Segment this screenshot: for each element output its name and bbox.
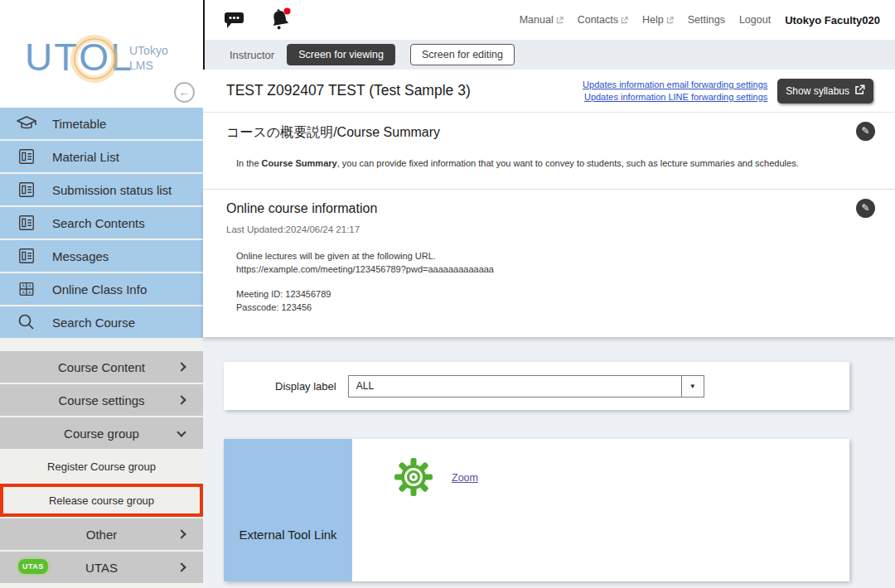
- svg-text:A: A: [28, 283, 31, 288]
- sidebar-item-online-class-info[interactable]: AAAA Online Class Info: [0, 273, 203, 305]
- logo-subtitle: UTokyo LMS: [129, 43, 168, 73]
- settings-link[interactable]: Settings: [688, 14, 725, 26]
- utol-logo: UTOL: [25, 35, 133, 80]
- email-forwarding-settings-link[interactable]: Updates information email forwarding set…: [583, 80, 767, 89]
- logo-area: UTOL UTokyo LMS ←: [0, 0, 203, 108]
- pencil-icon: ✎: [861, 125, 869, 137]
- utas-logo-icon: UTAS: [18, 559, 48, 574]
- online-info-body: Online lectures will be given at the fol…: [203, 234, 895, 314]
- zoom-tool-link[interactable]: Zoom: [452, 472, 478, 484]
- document-list-icon: [14, 212, 39, 234]
- edit-course-summary-button[interactable]: ✎: [856, 122, 875, 141]
- class-grid-icon: AAAA: [14, 278, 39, 300]
- external-link-icon: [621, 17, 628, 24]
- online-info-line: Online lectures will be given at the fol…: [236, 249, 895, 263]
- sidebar-collapse-button[interactable]: ←: [174, 82, 195, 103]
- sidebar-item-submission-status[interactable]: Submission status list: [0, 174, 203, 205]
- meeting-id: Meeting ID: 123456789: [236, 287, 895, 301]
- external-link-icon: [666, 17, 674, 24]
- messages-bubble-icon[interactable]: [223, 9, 245, 31]
- external-link-icon: [854, 84, 865, 98]
- last-updated-text: Last Updated:2024/06/24 21:17: [203, 216, 895, 234]
- tab-screen-for-editing[interactable]: Screen for editing: [410, 44, 515, 65]
- edit-online-info-button[interactable]: ✎: [856, 199, 875, 218]
- arrow-left-icon: ←: [179, 85, 191, 99]
- online-info-heading: Online course information: [203, 190, 895, 216]
- pencil-icon: ✎: [861, 202, 869, 214]
- chevron-right-icon: [177, 362, 186, 371]
- course-header: TEST Z092407 TEST (Test Sample 3) Update…: [203, 70, 895, 113]
- username: Utokyo Faculty020: [785, 14, 880, 27]
- sidebar-spacer: [0, 340, 203, 351]
- display-label-text: Display label: [275, 380, 336, 393]
- svg-text:A: A: [28, 290, 31, 295]
- sidebar-item-other[interactable]: Other: [0, 518, 203, 550]
- main-content: Manual Contacts Help Settings Logout Uto…: [203, 0, 895, 588]
- document-list-icon: [14, 146, 39, 167]
- topbar-links: Manual Contacts Help Settings Logout Uto…: [520, 14, 880, 27]
- external-tool-link-body: Zoom: [352, 439, 849, 581]
- chevron-down-icon: [177, 427, 186, 436]
- top-bar: Manual Contacts Help Settings Logout Uto…: [203, 0, 895, 40]
- svg-text:A: A: [22, 290, 25, 295]
- external-tool-link-label: External Tool Link: [239, 528, 336, 542]
- external-link-icon: [556, 17, 564, 24]
- notifications-bell-icon[interactable]: [268, 7, 293, 33]
- display-label-select[interactable]: ALL ▼: [348, 375, 704, 398]
- sidebar-item-timetable[interactable]: Timetable: [0, 108, 203, 139]
- graduation-cap-icon: [14, 113, 39, 134]
- external-tool-link-panel: External Tool Link: [224, 439, 352, 581]
- sidebar: UTOL UTokyo LMS ← Timetable Material Lis…: [0, 0, 203, 588]
- selected-option: ALL: [349, 380, 681, 392]
- logo-text: UT: [25, 36, 79, 79]
- document-list-icon: [14, 179, 39, 200]
- dropdown-arrow-icon[interactable]: ▼: [681, 376, 704, 397]
- page-title: TEST Z092407 TEST (Test Sample 3): [226, 82, 471, 99]
- logout-link[interactable]: Logout: [739, 14, 771, 26]
- sidebar-item-search-contents[interactable]: Search Contents: [0, 207, 203, 239]
- sidebar-item-course-content[interactable]: Course Content: [0, 351, 203, 383]
- display-label-card: Display label ALL ▼: [224, 362, 849, 410]
- document-list-icon: [14, 245, 39, 267]
- search-icon: [14, 311, 39, 333]
- line-forwarding-settings-link[interactable]: Updates information LINE forwarding sett…: [584, 92, 767, 102]
- gear-icon: [394, 457, 433, 500]
- chevron-right-icon: [177, 529, 186, 538]
- sidebar-item-release-course-group[interactable]: Release course group: [0, 484, 203, 517]
- tab-screen-for-viewing[interactable]: Screen for viewing: [287, 44, 395, 65]
- sidebar-item-course-settings[interactable]: Course settings: [0, 384, 203, 416]
- help-link[interactable]: Help: [642, 14, 674, 26]
- course-summary-section: コースの概要説明/Course Summary ✎ In the Course …: [203, 113, 895, 190]
- course-summary-text: In the Course Summary, you can provide f…: [203, 142, 895, 168]
- view-mode-bar: Instructor Screen for viewing Screen for…: [203, 40, 895, 70]
- manual-link[interactable]: Manual: [520, 14, 564, 26]
- chevron-right-icon: [177, 395, 186, 404]
- show-syllabus-button[interactable]: Show syllabus: [777, 79, 873, 104]
- meeting-url: https://example.com/meeting/123456789?pw…: [236, 263, 895, 276]
- online-course-info-section: Online course information ✎ Last Updated…: [203, 190, 895, 337]
- sidebar-item-utas[interactable]: UTAS UTAS: [0, 552, 203, 583]
- chevron-right-icon: [177, 562, 186, 571]
- sidebar-item-material-list[interactable]: Material List: [0, 141, 203, 172]
- external-tool-link-section: External Tool Link: [224, 439, 849, 581]
- passcode: Passcode: 123456: [236, 301, 895, 314]
- role-label: Instructor: [230, 49, 274, 61]
- sidebar-item-course-group[interactable]: Course group: [0, 417, 203, 449]
- sidebar-item-register-course-group[interactable]: Register Course group: [0, 451, 203, 482]
- forwarding-links: Updates information email forwarding set…: [583, 80, 767, 102]
- sidebar-item-search-course[interactable]: Search Course: [0, 306, 203, 338]
- svg-text:A: A: [22, 283, 25, 288]
- course-summary-heading: コースの概要説明/Course Summary: [203, 113, 895, 142]
- logo-o-ring: O: [79, 35, 110, 80]
- sidebar-item-messages[interactable]: Messages: [0, 240, 203, 272]
- contacts-link[interactable]: Contacts: [578, 14, 628, 26]
